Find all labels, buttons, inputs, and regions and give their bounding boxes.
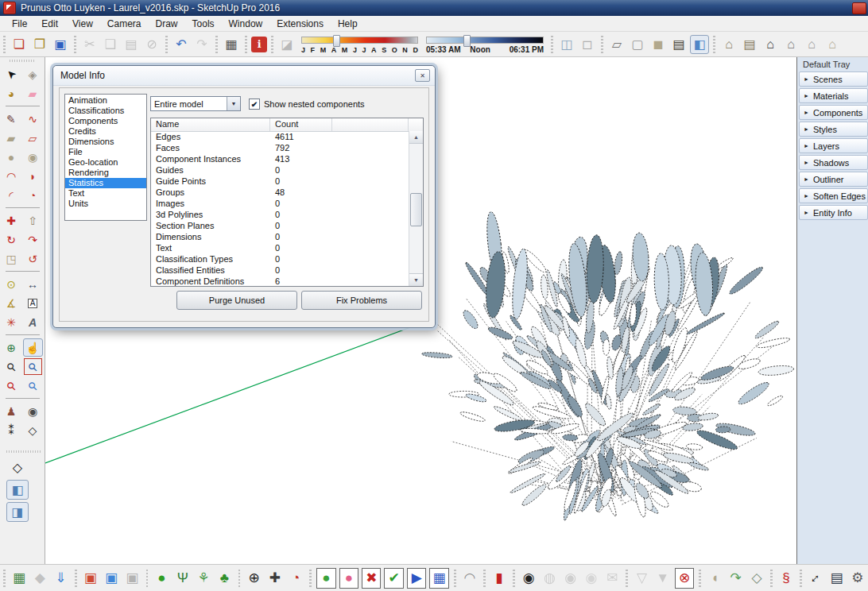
zoom-extents-tool-icon[interactable]: ⚲: [2, 377, 21, 395]
model-info-category-file[interactable]: File: [65, 147, 146, 157]
offset-tool-icon[interactable]: ↺: [23, 249, 43, 268]
print-icon[interactable]: ▦: [222, 35, 241, 54]
dialog-title-bar[interactable]: Model Info ✕: [53, 66, 435, 86]
menu-item-camera[interactable]: Camera: [100, 17, 149, 31]
compass-icon[interactable]: ⊕: [244, 568, 263, 589]
axes-pin-icon[interactable]: ✚: [265, 568, 285, 589]
scene-frame-dotted-icon[interactable]: ▦: [429, 568, 448, 589]
extinguisher-icon[interactable]: ▮: [490, 568, 509, 589]
monochrome-icon[interactable]: ◧: [690, 35, 709, 54]
date-slider-thumb[interactable]: [333, 35, 340, 47]
tree-icon[interactable]: ●: [152, 568, 171, 589]
walk-tool-icon[interactable]: ⁑: [2, 421, 21, 439]
tray-item-materials[interactable]: ►Materials: [799, 88, 868, 103]
spring-icon[interactable]: §: [777, 568, 796, 589]
open-model-icon[interactable]: ❐: [30, 35, 49, 54]
protractor-red-icon[interactable]: ◔: [286, 568, 305, 589]
scene-frame-check-icon[interactable]: ✔: [384, 568, 403, 589]
table-row[interactable]: Classified Entities0: [151, 265, 409, 276]
undo-icon[interactable]: ↶: [172, 35, 191, 54]
table-scrollbar[interactable]: ▲ ▼: [409, 131, 423, 286]
menu-item-help[interactable]: Help: [331, 17, 365, 31]
left-view-icon[interactable]: ⌂: [823, 35, 842, 54]
flip-arc-icon[interactable]: ◠: [460, 568, 479, 589]
scene-frame-delete-icon[interactable]: ✖: [362, 568, 381, 589]
text-tool-icon[interactable]: A: [23, 294, 43, 312]
line-tool-icon[interactable]: ✏: [2, 110, 21, 128]
purge-unused-button[interactable]: Purge Unused: [176, 291, 297, 310]
tray-item-shadows[interactable]: ►Shadows: [799, 155, 868, 170]
shadow-toggle-icon[interactable]: ◪: [277, 35, 296, 54]
panel-list-icon[interactable]: ▤: [827, 568, 846, 589]
bush-icon[interactable]: ♣: [215, 568, 234, 589]
three-point-arc-tool-icon[interactable]: ◜: [2, 186, 21, 204]
zoom-window-tool-icon[interactable]: ⚲: [23, 357, 43, 376]
model-info-icon[interactable]: ℹ: [251, 37, 267, 52]
shadow-date-slider[interactable]: JFMAMJJASOND: [301, 34, 418, 55]
close-button[interactable]: [852, 2, 866, 14]
polygon-tool-icon[interactable]: ◉: [23, 148, 43, 166]
table-row[interactable]: Text0: [151, 242, 409, 253]
menu-item-draw[interactable]: Draw: [149, 17, 185, 31]
model-info-category-credits[interactable]: Credits: [65, 126, 146, 137]
tray-item-entity-info[interactable]: ►Entity Info: [799, 205, 868, 220]
scene-frame-green-icon[interactable]: ●: [316, 568, 335, 589]
resize-arrows-icon[interactable]: ↕: [806, 568, 825, 589]
circle-tool-icon[interactable]: ●: [2, 148, 21, 166]
model-info-category-classifications[interactable]: Classifications: [65, 106, 146, 116]
display-section-cuts-icon[interactable]: ◨: [6, 502, 29, 522]
display-section-planes-icon[interactable]: ◧: [6, 480, 29, 500]
wire-shell-icon[interactable]: ◇: [747, 568, 766, 589]
push-pull-tool-icon[interactable]: ⇧: [23, 211, 43, 230]
shell-icon[interactable]: ◖: [705, 568, 724, 589]
xray-icon[interactable]: ◫: [557, 35, 576, 54]
tray-item-outliner[interactable]: ►Outliner: [799, 172, 868, 187]
table-row[interactable]: Guides0: [151, 164, 409, 176]
table-row[interactable]: Component Definitions6: [151, 276, 409, 287]
leaf-curve-icon[interactable]: ↷: [726, 568, 745, 589]
model-info-category-geo-location[interactable]: Geo-location: [65, 157, 146, 168]
hidden-line-icon[interactable]: ▢: [628, 35, 647, 54]
wireframe-icon[interactable]: ▱: [607, 35, 626, 54]
chevron-down-icon[interactable]: ▼: [227, 97, 240, 110]
model-info-category-units[interactable]: Units: [65, 199, 146, 209]
orbit-tool-icon[interactable]: ⊕: [2, 338, 21, 357]
dialog-close-icon[interactable]: ✕: [415, 69, 430, 82]
menu-item-tools[interactable]: Tools: [185, 17, 222, 31]
component-gray-icon[interactable]: ▣: [122, 568, 141, 589]
table-row[interactable]: Component Instances413: [151, 153, 409, 164]
back-view-icon[interactable]: ⌂: [802, 35, 821, 54]
film-camera-icon[interactable]: ◉: [519, 568, 538, 589]
table-row[interactable]: Classification Types0: [151, 253, 409, 265]
follow-me-tool-icon[interactable]: ↷: [23, 230, 43, 249]
back-edges-icon[interactable]: ◻: [578, 35, 597, 54]
component-red-icon[interactable]: ▣: [81, 568, 100, 589]
position-camera-tool-icon[interactable]: ♟: [2, 402, 21, 420]
tray-item-components[interactable]: ►Components: [799, 105, 868, 120]
model-info-category-components[interactable]: Components: [65, 116, 146, 126]
scrollbar-thumb[interactable]: [410, 193, 422, 226]
right-view-icon[interactable]: ⌂: [781, 35, 800, 54]
two-point-arc-tool-icon[interactable]: ◗: [23, 167, 43, 185]
time-slider-thumb[interactable]: [463, 35, 471, 47]
column-header-count[interactable]: Count: [270, 118, 332, 131]
section-plane-tool-icon[interactable]: ◇: [23, 421, 43, 439]
tray-item-soften-edges[interactable]: ►Soften Edges: [799, 188, 868, 203]
move-tool-icon[interactable]: ✚: [2, 211, 21, 230]
scroll-down-icon[interactable]: ▼: [409, 273, 423, 286]
select-tool-icon[interactable]: ➤: [2, 65, 21, 83]
fix-problems-button[interactable]: Fix Problems: [301, 291, 422, 310]
pie-tool-icon[interactable]: ◔: [23, 186, 43, 204]
leaf-icon[interactable]: ⚘: [194, 568, 213, 589]
table-row[interactable]: Groups48: [151, 187, 409, 198]
paint-bucket-tool-icon[interactable]: ◕: [2, 84, 21, 102]
front-view-icon[interactable]: ⌂: [761, 35, 780, 54]
tape-measure-tool-icon[interactable]: ⊙: [2, 275, 21, 293]
freehand-tool-icon[interactable]: ∿: [23, 110, 43, 128]
model-info-category-statistics[interactable]: Statistics: [65, 178, 146, 188]
rotated-rectangle-tool-icon[interactable]: ▱: [23, 129, 43, 147]
model-info-category-animation[interactable]: Animation: [65, 95, 146, 106]
toggle-terrain-icon[interactable]: ◆: [30, 568, 49, 589]
iso-view-icon[interactable]: ⌂: [719, 35, 738, 54]
rotate-tool-icon[interactable]: ↻: [2, 230, 21, 249]
